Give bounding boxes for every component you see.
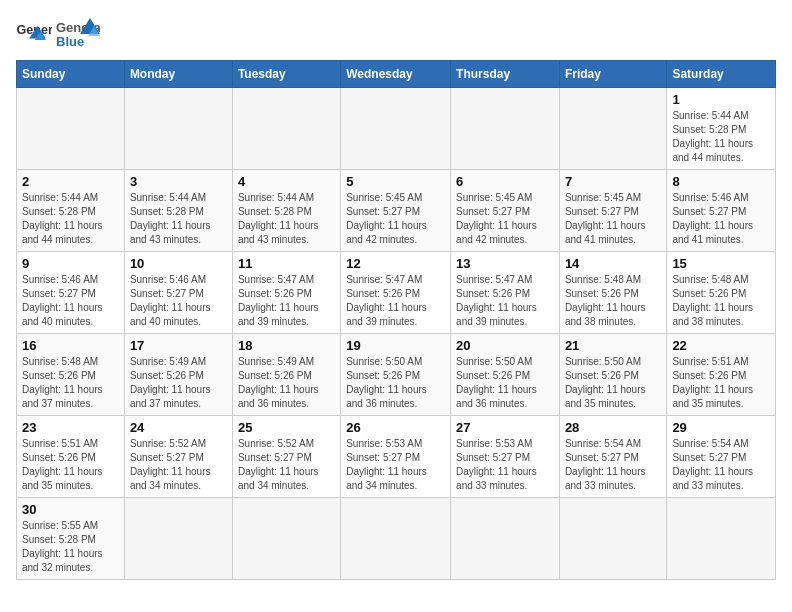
day-number: 21 bbox=[565, 338, 661, 353]
day-number: 24 bbox=[130, 420, 227, 435]
general-blue-logo-graphic: General Blue bbox=[56, 16, 100, 50]
calendar-cell: 24Sunrise: 5:52 AM Sunset: 5:27 PM Dayli… bbox=[124, 416, 232, 498]
day-number: 12 bbox=[346, 256, 445, 271]
day-info: Sunrise: 5:52 AM Sunset: 5:27 PM Dayligh… bbox=[130, 437, 227, 493]
calendar-header: SundayMondayTuesdayWednesdayThursdayFrid… bbox=[17, 61, 776, 88]
day-info: Sunrise: 5:45 AM Sunset: 5:27 PM Dayligh… bbox=[565, 191, 661, 247]
logo-icon: General bbox=[16, 19, 52, 47]
calendar-cell: 14Sunrise: 5:48 AM Sunset: 5:26 PM Dayli… bbox=[559, 252, 666, 334]
day-number: 27 bbox=[456, 420, 554, 435]
calendar-cell: 22Sunrise: 5:51 AM Sunset: 5:26 PM Dayli… bbox=[667, 334, 776, 416]
day-info: Sunrise: 5:46 AM Sunset: 5:27 PM Dayligh… bbox=[22, 273, 119, 329]
logo: General General Blue bbox=[16, 16, 100, 50]
calendar-week-3: 9Sunrise: 5:46 AM Sunset: 5:27 PM Daylig… bbox=[17, 252, 776, 334]
day-info: Sunrise: 5:48 AM Sunset: 5:26 PM Dayligh… bbox=[22, 355, 119, 411]
day-number: 20 bbox=[456, 338, 554, 353]
day-number: 15 bbox=[672, 256, 770, 271]
day-info: Sunrise: 5:47 AM Sunset: 5:26 PM Dayligh… bbox=[456, 273, 554, 329]
calendar-cell bbox=[341, 498, 451, 580]
calendar-cell: 7Sunrise: 5:45 AM Sunset: 5:27 PM Daylig… bbox=[559, 170, 666, 252]
calendar-cell: 15Sunrise: 5:48 AM Sunset: 5:26 PM Dayli… bbox=[667, 252, 776, 334]
calendar-cell: 21Sunrise: 5:50 AM Sunset: 5:26 PM Dayli… bbox=[559, 334, 666, 416]
day-number: 13 bbox=[456, 256, 554, 271]
calendar-cell: 28Sunrise: 5:54 AM Sunset: 5:27 PM Dayli… bbox=[559, 416, 666, 498]
calendar-cell: 13Sunrise: 5:47 AM Sunset: 5:26 PM Dayli… bbox=[451, 252, 560, 334]
calendar-cell bbox=[17, 88, 125, 170]
day-info: Sunrise: 5:45 AM Sunset: 5:27 PM Dayligh… bbox=[346, 191, 445, 247]
calendar-cell bbox=[451, 498, 560, 580]
weekday-header-saturday: Saturday bbox=[667, 61, 776, 88]
day-number: 10 bbox=[130, 256, 227, 271]
day-number: 4 bbox=[238, 174, 335, 189]
day-info: Sunrise: 5:49 AM Sunset: 5:26 PM Dayligh… bbox=[238, 355, 335, 411]
day-number: 2 bbox=[22, 174, 119, 189]
svg-text:Blue: Blue bbox=[56, 34, 84, 49]
day-number: 11 bbox=[238, 256, 335, 271]
day-number: 29 bbox=[672, 420, 770, 435]
day-info: Sunrise: 5:44 AM Sunset: 5:28 PM Dayligh… bbox=[238, 191, 335, 247]
day-number: 1 bbox=[672, 92, 770, 107]
calendar-cell: 25Sunrise: 5:52 AM Sunset: 5:27 PM Dayli… bbox=[232, 416, 340, 498]
calendar-cell: 1Sunrise: 5:44 AM Sunset: 5:28 PM Daylig… bbox=[667, 88, 776, 170]
day-info: Sunrise: 5:47 AM Sunset: 5:26 PM Dayligh… bbox=[346, 273, 445, 329]
day-info: Sunrise: 5:48 AM Sunset: 5:26 PM Dayligh… bbox=[672, 273, 770, 329]
day-info: Sunrise: 5:54 AM Sunset: 5:27 PM Dayligh… bbox=[565, 437, 661, 493]
day-info: Sunrise: 5:50 AM Sunset: 5:26 PM Dayligh… bbox=[346, 355, 445, 411]
calendar-cell bbox=[667, 498, 776, 580]
calendar-cell bbox=[124, 88, 232, 170]
calendar-cell bbox=[124, 498, 232, 580]
day-info: Sunrise: 5:44 AM Sunset: 5:28 PM Dayligh… bbox=[22, 191, 119, 247]
page-header: General General Blue bbox=[16, 16, 776, 50]
day-number: 28 bbox=[565, 420, 661, 435]
weekday-header-tuesday: Tuesday bbox=[232, 61, 340, 88]
day-number: 14 bbox=[565, 256, 661, 271]
day-number: 25 bbox=[238, 420, 335, 435]
weekday-header-friday: Friday bbox=[559, 61, 666, 88]
calendar-cell: 20Sunrise: 5:50 AM Sunset: 5:26 PM Dayli… bbox=[451, 334, 560, 416]
day-info: Sunrise: 5:45 AM Sunset: 5:27 PM Dayligh… bbox=[456, 191, 554, 247]
day-number: 19 bbox=[346, 338, 445, 353]
calendar-week-4: 16Sunrise: 5:48 AM Sunset: 5:26 PM Dayli… bbox=[17, 334, 776, 416]
calendar-cell: 2Sunrise: 5:44 AM Sunset: 5:28 PM Daylig… bbox=[17, 170, 125, 252]
calendar-cell: 19Sunrise: 5:50 AM Sunset: 5:26 PM Dayli… bbox=[341, 334, 451, 416]
day-info: Sunrise: 5:53 AM Sunset: 5:27 PM Dayligh… bbox=[456, 437, 554, 493]
calendar-cell: 5Sunrise: 5:45 AM Sunset: 5:27 PM Daylig… bbox=[341, 170, 451, 252]
day-info: Sunrise: 5:44 AM Sunset: 5:28 PM Dayligh… bbox=[130, 191, 227, 247]
calendar-cell: 23Sunrise: 5:51 AM Sunset: 5:26 PM Dayli… bbox=[17, 416, 125, 498]
calendar-cell bbox=[559, 88, 666, 170]
day-number: 22 bbox=[672, 338, 770, 353]
calendar-cell: 27Sunrise: 5:53 AM Sunset: 5:27 PM Dayli… bbox=[451, 416, 560, 498]
weekday-header-sunday: Sunday bbox=[17, 61, 125, 88]
calendar-week-5: 23Sunrise: 5:51 AM Sunset: 5:26 PM Dayli… bbox=[17, 416, 776, 498]
weekday-header-thursday: Thursday bbox=[451, 61, 560, 88]
day-info: Sunrise: 5:52 AM Sunset: 5:27 PM Dayligh… bbox=[238, 437, 335, 493]
day-info: Sunrise: 5:47 AM Sunset: 5:26 PM Dayligh… bbox=[238, 273, 335, 329]
calendar-cell: 10Sunrise: 5:46 AM Sunset: 5:27 PM Dayli… bbox=[124, 252, 232, 334]
day-number: 17 bbox=[130, 338, 227, 353]
weekday-header-wednesday: Wednesday bbox=[341, 61, 451, 88]
calendar-cell: 17Sunrise: 5:49 AM Sunset: 5:26 PM Dayli… bbox=[124, 334, 232, 416]
calendar-cell: 30Sunrise: 5:55 AM Sunset: 5:28 PM Dayli… bbox=[17, 498, 125, 580]
calendar-body: 1Sunrise: 5:44 AM Sunset: 5:28 PM Daylig… bbox=[17, 88, 776, 580]
day-number: 26 bbox=[346, 420, 445, 435]
day-info: Sunrise: 5:55 AM Sunset: 5:28 PM Dayligh… bbox=[22, 519, 119, 575]
calendar-cell: 11Sunrise: 5:47 AM Sunset: 5:26 PM Dayli… bbox=[232, 252, 340, 334]
day-number: 16 bbox=[22, 338, 119, 353]
day-number: 6 bbox=[456, 174, 554, 189]
calendar-cell: 9Sunrise: 5:46 AM Sunset: 5:27 PM Daylig… bbox=[17, 252, 125, 334]
calendar-cell: 8Sunrise: 5:46 AM Sunset: 5:27 PM Daylig… bbox=[667, 170, 776, 252]
calendar-cell: 29Sunrise: 5:54 AM Sunset: 5:27 PM Dayli… bbox=[667, 416, 776, 498]
day-info: Sunrise: 5:51 AM Sunset: 5:26 PM Dayligh… bbox=[672, 355, 770, 411]
calendar-cell: 18Sunrise: 5:49 AM Sunset: 5:26 PM Dayli… bbox=[232, 334, 340, 416]
day-info: Sunrise: 5:44 AM Sunset: 5:28 PM Dayligh… bbox=[672, 109, 770, 165]
calendar-cell bbox=[232, 498, 340, 580]
day-info: Sunrise: 5:51 AM Sunset: 5:26 PM Dayligh… bbox=[22, 437, 119, 493]
calendar-cell: 6Sunrise: 5:45 AM Sunset: 5:27 PM Daylig… bbox=[451, 170, 560, 252]
day-info: Sunrise: 5:53 AM Sunset: 5:27 PM Dayligh… bbox=[346, 437, 445, 493]
calendar-cell bbox=[451, 88, 560, 170]
calendar-cell: 4Sunrise: 5:44 AM Sunset: 5:28 PM Daylig… bbox=[232, 170, 340, 252]
calendar-week-2: 2Sunrise: 5:44 AM Sunset: 5:28 PM Daylig… bbox=[17, 170, 776, 252]
day-number: 8 bbox=[672, 174, 770, 189]
calendar-cell: 12Sunrise: 5:47 AM Sunset: 5:26 PM Dayli… bbox=[341, 252, 451, 334]
day-number: 7 bbox=[565, 174, 661, 189]
